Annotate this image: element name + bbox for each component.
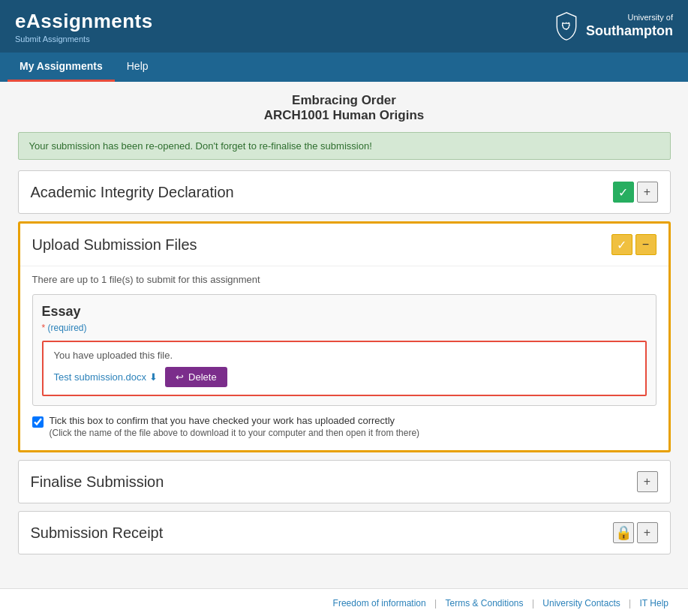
uploaded-confirmation-text: You have uploaded this file. bbox=[54, 350, 635, 361]
app-branding: eAssignments Submit Assignments bbox=[15, 10, 153, 44]
receipt-title: Submission Receipt bbox=[31, 524, 164, 542]
receipt-section-header[interactable]: Submission Receipt 🔒 + bbox=[19, 512, 670, 554]
upload-check-btn[interactable]: ✓ bbox=[611, 234, 632, 255]
file-name-text: Test submission.docx bbox=[54, 371, 147, 383]
confirm-upload-checkbox[interactable] bbox=[32, 416, 44, 428]
university-shield-icon: 🛡 bbox=[553, 11, 580, 41]
essay-label: Essay bbox=[42, 304, 647, 320]
upload-section-header[interactable]: Upload Submission Files ✓ − bbox=[20, 224, 668, 266]
nav-help[interactable]: Help bbox=[115, 53, 161, 82]
footer-it-help-link[interactable]: IT Help bbox=[640, 598, 668, 608]
app-title: eAssignments bbox=[15, 10, 153, 33]
academic-integrity-section: Academic Integrity Declaration ✓ + bbox=[18, 170, 671, 214]
confirm-upload-label: Tick this box to confirm that you have c… bbox=[50, 415, 395, 426]
confirm-checkbox-row: Tick this box to confirm that you have c… bbox=[32, 415, 656, 428]
files-info-text: There are up to 1 file(s) to submit for … bbox=[32, 274, 656, 285]
file-download-link[interactable]: Test submission.docx ⬇ bbox=[54, 371, 158, 383]
footer-university-contacts-link[interactable]: University Contacts bbox=[542, 598, 620, 608]
university-name: University of Southampton bbox=[586, 12, 673, 41]
finalise-section: Finalise Submission + bbox=[18, 460, 671, 503]
academic-integrity-controls: ✓ + bbox=[613, 182, 658, 203]
reopened-alert: Your submission has been re-opened. Don'… bbox=[18, 132, 671, 160]
confirm-row: Tick this box to confirm that you have c… bbox=[32, 415, 656, 438]
footer-sep-3: | bbox=[629, 598, 631, 608]
required-text: (required) bbox=[48, 323, 87, 333]
assignment-group-title: Embracing Order bbox=[18, 93, 671, 108]
upload-section-controls: ✓ − bbox=[611, 234, 656, 255]
university-logo: 🛡 University of Southampton bbox=[553, 11, 673, 41]
download-icon: ⬇ bbox=[149, 371, 158, 383]
file-actions-row: Test submission.docx ⬇ ↩ Delete bbox=[54, 367, 635, 387]
academic-integrity-check-btn[interactable]: ✓ bbox=[613, 182, 634, 203]
finalise-title: Finalise Submission bbox=[31, 473, 164, 491]
upload-collapse-btn[interactable]: − bbox=[635, 234, 656, 255]
assignment-course-title: ARCH1001 Human Origins bbox=[18, 108, 671, 123]
receipt-lock-btn: 🔒 bbox=[613, 522, 634, 543]
receipt-section: Submission Receipt 🔒 + bbox=[18, 511, 671, 554]
academic-integrity-header[interactable]: Academic Integrity Declaration ✓ + bbox=[19, 171, 670, 213]
upload-section-title: Upload Submission Files bbox=[32, 236, 197, 254]
delete-label: Delete bbox=[188, 371, 217, 383]
required-label: * (required) bbox=[42, 323, 647, 333]
required-asterisk: * bbox=[42, 323, 48, 333]
footer-terms-link[interactable]: Terms & Conditions bbox=[445, 598, 523, 608]
app-header: eAssignments Submit Assignments 🛡 Univer… bbox=[0, 0, 688, 53]
finalise-section-header[interactable]: Finalise Submission + bbox=[19, 461, 670, 503]
nav-my-assignments[interactable]: My Assignments bbox=[8, 53, 115, 82]
delete-file-button[interactable]: ↩ Delete bbox=[165, 367, 227, 387]
uploaded-file-box: You have uploaded this file. Test submis… bbox=[42, 341, 647, 396]
receipt-expand-btn[interactable]: + bbox=[637, 522, 658, 543]
page-footer: Freedom of information | Terms & Conditi… bbox=[0, 588, 688, 616]
upload-section: Upload Submission Files ✓ − There are up… bbox=[18, 221, 671, 452]
finalise-controls: + bbox=[637, 471, 658, 492]
academic-integrity-title: Academic Integrity Declaration bbox=[31, 184, 234, 201]
footer-freedom-info-link[interactable]: Freedom of information bbox=[333, 598, 426, 608]
main-nav: My Assignments Help bbox=[0, 53, 688, 82]
svg-text:🛡: 🛡 bbox=[562, 21, 572, 32]
essay-upload-box: Essay * (required) You have uploaded thi… bbox=[32, 294, 656, 406]
footer-sep-1: | bbox=[434, 598, 437, 608]
academic-integrity-expand-btn[interactable]: + bbox=[637, 182, 658, 203]
app-subtitle: Submit Assignments bbox=[15, 35, 153, 44]
upload-section-content: There are up to 1 file(s) to submit for … bbox=[20, 266, 668, 450]
footer-sep-2: | bbox=[532, 598, 534, 608]
main-content: Embracing Order ARCH1001 Human Origins Y… bbox=[7, 82, 682, 573]
confirm-upload-sublabel: (Click the name of the file above to dow… bbox=[50, 428, 656, 438]
receipt-controls: 🔒 + bbox=[613, 522, 658, 543]
finalise-expand-btn[interactable]: + bbox=[637, 471, 658, 492]
page-title-block: Embracing Order ARCH1001 Human Origins bbox=[18, 93, 671, 123]
delete-icon: ↩ bbox=[176, 371, 184, 383]
